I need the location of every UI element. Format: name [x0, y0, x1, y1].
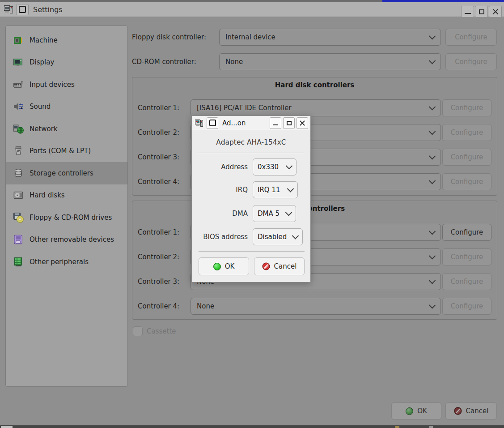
close-icon	[492, 9, 499, 15]
dialog-ok-button[interactable]: OK	[199, 257, 249, 275]
sidebar-item-label: Ports (COM & LPT)	[30, 147, 91, 155]
chevron-down-icon	[429, 227, 436, 235]
scsi-controller-4-dropdown[interactable]: None	[191, 298, 441, 315]
sidebar-item-label: Machine	[30, 36, 58, 44]
cancel-icon	[454, 407, 462, 415]
chevron-down-icon	[429, 301, 436, 308]
machine-icon	[13, 35, 24, 46]
system-menu-icon	[209, 120, 216, 126]
cancel-button[interactable]: Cancel	[445, 402, 497, 419]
hard-disks-icon	[13, 190, 24, 201]
chevron-down-icon	[429, 103, 436, 110]
system-menu-button[interactable]	[16, 4, 29, 15]
group-title: SCSI controllers	[132, 205, 497, 213]
peripherals-icon	[13, 257, 24, 267]
sidebar-item-label: Network	[30, 125, 58, 133]
floppy-cdrom-icon	[13, 212, 24, 223]
dialog-title: Ad...on	[222, 119, 246, 127]
hdc-controller-2-label: Controller 2:	[138, 124, 179, 141]
chevron-down-icon	[429, 277, 436, 284]
settings-category-list: Machine Display Input devices	[5, 26, 128, 387]
cdrom-controller-dropdown[interactable]: None	[219, 53, 441, 70]
sidebar-item-label: Other peripherals	[30, 258, 89, 266]
hdc-controller-4-label: Controller 4:	[138, 173, 179, 190]
hdc-controller-3-label: Controller 3:	[138, 149, 179, 166]
sidebar-item-other-peripherals[interactable]: Other peripherals	[6, 251, 127, 273]
cdrom-controller-value: None	[225, 58, 243, 66]
background-window-fragment	[395, 426, 399, 428]
app-icon	[195, 119, 203, 128]
ok-button[interactable]: OK	[391, 402, 441, 419]
chevron-down-icon	[286, 162, 293, 169]
network-icon	[13, 124, 24, 134]
hdc-controller-2-configure-button: Configure	[442, 124, 491, 141]
sidebar-item-label: Floppy & CD-ROM drives	[30, 214, 112, 222]
separator	[199, 153, 305, 153]
minimize-icon	[465, 13, 471, 14]
scsi-controller-1-configure-button[interactable]: Configure	[442, 224, 491, 241]
titlebar: Settings	[0, 2, 504, 17]
input-devices-icon	[13, 79, 24, 90]
sidebar-item-input-devices[interactable]: Input devices	[6, 73, 127, 96]
ports-icon	[13, 146, 24, 156]
scsi-controllers-group: SCSI controllers Controller 1: Configure…	[132, 201, 497, 320]
sidebar-item-label: Other removable devices	[30, 235, 114, 244]
sidebar-item-display[interactable]: Display	[6, 51, 127, 74]
floppy-controller-value: Internal device	[225, 33, 275, 41]
cdrom-configure-button: Configure	[445, 53, 497, 70]
irq-dropdown[interactable]: IRQ 11	[253, 181, 298, 198]
maximize-icon	[479, 9, 484, 14]
app-icon	[4, 4, 13, 14]
floppy-controller-dropdown[interactable]: Internal device	[219, 29, 441, 46]
dialog-minimize-button[interactable]	[270, 117, 281, 129]
hdc-controller-4-configure-button: Configure	[442, 173, 491, 190]
sidebar-item-floppy-cdrom-drives[interactable]: Floppy & CD-ROM drives	[6, 206, 127, 229]
bios-address-label: BIOS address	[192, 228, 248, 245]
sidebar-item-storage-controllers[interactable]: Storage controllers	[6, 162, 127, 184]
sidebar-item-label: Storage controllers	[30, 169, 93, 177]
settings-window: Settings Machine Display	[0, 0, 504, 428]
scsi-controller-2-configure-button: Configure	[442, 248, 491, 265]
hdc-controller-3-configure-button: Configure	[442, 149, 491, 166]
scsi-controller-3-configure-button: Configure	[442, 273, 491, 290]
removable-device-icon	[13, 234, 24, 245]
floppy-configure-button: Configure	[445, 29, 497, 46]
dma-dropdown[interactable]: DMA 5	[253, 205, 296, 222]
cdrom-controller-label: CD-ROM controller:	[132, 53, 196, 70]
scsi-controller-3-label: Controller 3:	[138, 273, 179, 290]
sidebar-item-network[interactable]: Network	[6, 118, 127, 140]
background-window-fragment	[429, 426, 433, 428]
ok-icon	[213, 263, 221, 270]
chevron-down-icon	[429, 177, 436, 184]
sidebar-item-sound[interactable]: Sound	[6, 96, 127, 118]
ok-icon	[406, 407, 413, 415]
chevron-down-icon	[287, 185, 294, 192]
chevron-down-icon	[285, 209, 292, 216]
cassette-label: Cassette	[147, 323, 176, 340]
dialog-system-menu-button[interactable]	[207, 117, 218, 129]
floppy-controller-label: Floppy disk controller:	[132, 29, 206, 46]
sidebar-item-machine[interactable]: Machine	[6, 29, 127, 51]
scsi-controller-1-label: Controller 1:	[138, 224, 179, 241]
dialog-maximize-button[interactable]	[283, 117, 295, 129]
close-button[interactable]	[489, 6, 502, 17]
maximize-icon	[287, 121, 292, 125]
hard-disk-controllers-group: Hard disk controllers Controller 1: [ISA…	[132, 77, 497, 196]
dialog-close-button[interactable]	[296, 117, 308, 129]
hdc-controller-1-dropdown[interactable]: [ISA16] PC/AT IDE Controller	[191, 99, 441, 116]
sidebar-item-other-removable-devices[interactable]: Other removable devices	[6, 229, 127, 251]
sidebar-item-hard-disks[interactable]: Hard disks	[6, 184, 127, 207]
dialog-cancel-button[interactable]: Cancel	[254, 257, 305, 275]
system-menu-icon	[19, 6, 26, 13]
sidebar-item-ports[interactable]: Ports (COM & LPT)	[6, 140, 127, 163]
chevron-down-icon	[292, 232, 299, 239]
storage-controllers-icon	[13, 168, 24, 179]
minimize-button[interactable]	[461, 6, 474, 17]
cancel-icon	[262, 262, 270, 270]
address-dropdown[interactable]: 0x330	[253, 158, 296, 175]
sound-icon	[13, 101, 24, 112]
maximize-button[interactable]	[475, 6, 488, 17]
scsi-controller-4-label: Controller 4:	[138, 298, 179, 315]
bios-address-dropdown[interactable]: Disabled	[253, 228, 303, 245]
chevron-down-icon	[429, 252, 436, 259]
